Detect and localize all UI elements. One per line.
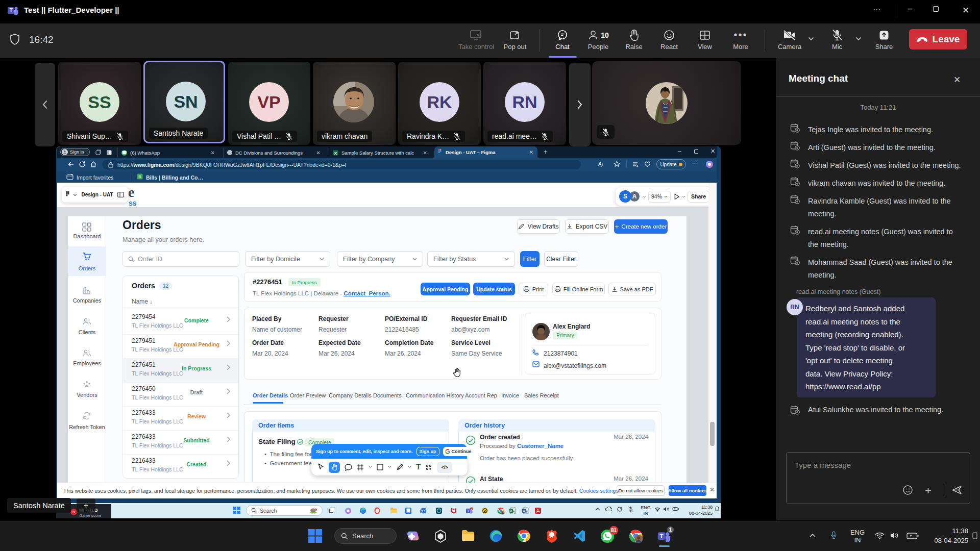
svg-text:2: 2 bbox=[471, 507, 472, 510]
svg-text:B: B bbox=[138, 174, 141, 179]
svg-text:X: X bbox=[334, 151, 337, 155]
svg-text:T: T bbox=[660, 533, 664, 539]
svg-text:T: T bbox=[467, 509, 469, 512]
svg-text:T: T bbox=[9, 8, 12, 13]
